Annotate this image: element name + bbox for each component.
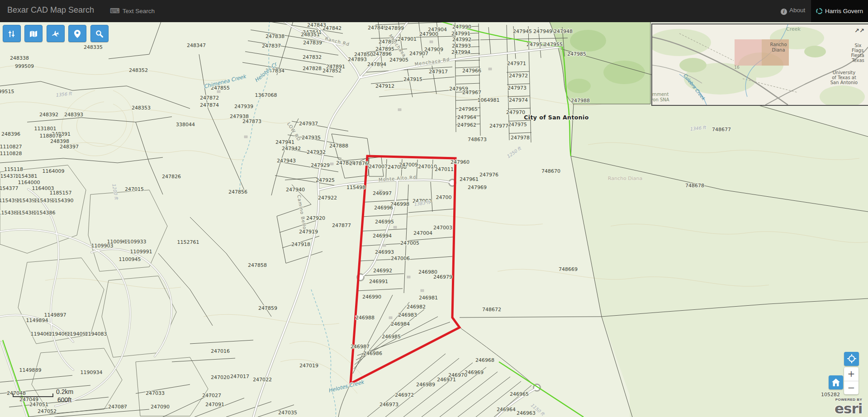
svg-text:247826: 247826 [162, 174, 181, 180]
svg-text:247016: 247016 [211, 348, 230, 354]
svg-text:247017: 247017 [230, 374, 249, 379]
svg-text:1064981: 1064981 [478, 97, 500, 103]
scale-metric-label: 0.2km [56, 388, 73, 395]
svg-text:247015: 247015 [125, 186, 144, 192]
about-menu-item[interactable]: iAbout [781, 7, 805, 15]
sliders-tool-button[interactable] [3, 25, 21, 42]
svg-text:247919: 247919 [299, 229, 318, 235]
svg-text:248392: 248392 [39, 112, 58, 118]
svg-text:247942: 247942 [282, 146, 301, 152]
svg-text:24700: 24700 [436, 194, 452, 200]
sliders-icon [8, 30, 16, 38]
svg-text:247945: 247945 [513, 28, 532, 34]
svg-text:247949: 247949 [533, 28, 552, 34]
svg-text:of Texas at: of Texas at [832, 75, 856, 80]
svg-text:247033: 247033 [146, 390, 165, 396]
locate-button[interactable] [844, 352, 859, 366]
svg-text:246995: 246995 [375, 219, 394, 225]
svg-text:247858: 247858 [248, 262, 267, 268]
svg-text:247939: 247939 [234, 104, 253, 109]
svg-text:247838: 247838 [266, 33, 285, 39]
svg-text:247941: 247941 [275, 139, 294, 145]
svg-text:247091: 247091 [205, 402, 224, 408]
zoom-out-button[interactable]: − [844, 381, 859, 394]
location-pin-button[interactable] [68, 25, 86, 42]
overview-map-canvas: CreekRanchoDianaSixFlagsFiestaTexasUnive… [652, 24, 868, 105]
svg-text:247985: 247985 [567, 51, 586, 57]
svg-text:248393: 248393 [64, 112, 83, 118]
svg-text:1154377: 1154377 [0, 185, 19, 191]
svg-text:247087: 247087 [108, 404, 127, 410]
svg-text:247877: 247877 [332, 223, 351, 228]
svg-text:247922: 247922 [318, 195, 337, 201]
svg-text:1154381: 1154381 [15, 173, 38, 179]
svg-text:248347: 248347 [187, 43, 206, 48]
svg-text:748673: 748673 [468, 137, 487, 142]
brand-label: Harris Govern [825, 8, 863, 14]
svg-text:99515: 99515 [0, 89, 14, 95]
svg-text:247977: 247977 [489, 123, 508, 129]
svg-text:246963: 246963 [517, 410, 536, 416]
svg-text:1149897: 1149897 [44, 312, 66, 318]
svg-text:247978: 247978 [511, 135, 530, 141]
svg-text:999509: 999509 [15, 63, 34, 69]
svg-text:247905: 247905 [389, 57, 408, 63]
svg-text:Fiesta: Fiesta [851, 53, 864, 58]
text-search-label: Text Search [123, 8, 155, 14]
svg-text:248338: 248338 [10, 55, 29, 61]
svg-text:246984: 246984 [391, 321, 410, 327]
svg-text:247035: 247035 [278, 410, 297, 416]
svg-text:248397: 248397 [60, 144, 79, 150]
svg-text:246992: 246992 [373, 268, 392, 274]
overview-inset-map[interactable]: CreekRanchoDianaSixFlagsFiestaTexasUnive… [651, 24, 868, 106]
text-search-menu-item[interactable]: ⌨Text Search [110, 7, 155, 15]
top-navbar: Bexar CAD Map Search ⌨Text Search iAbout… [0, 0, 868, 22]
svg-text:247872: 247872 [200, 95, 219, 101]
svg-text:Rancho: Rancho [770, 42, 787, 47]
svg-text:Six: Six [854, 43, 861, 48]
svg-text:247090: 247090 [151, 404, 170, 410]
esri-attribution: POWERED BY esri [835, 398, 862, 416]
app-title: Bexar CAD Map Search [7, 5, 94, 15]
svg-text:246998: 246998 [390, 201, 409, 207]
svg-text:247952: 247952 [526, 42, 545, 47]
svg-text:105282: 105282 [821, 392, 840, 398]
svg-text:247899: 247899 [385, 25, 404, 31]
svg-text:246968: 246968 [475, 357, 494, 363]
esri-logo: esri [835, 402, 862, 416]
svg-text:246985: 246985 [382, 334, 401, 340]
zoom-in-button[interactable]: + [844, 367, 859, 381]
svg-text:748672: 748672 [482, 307, 501, 313]
svg-text:247929: 247929 [311, 162, 330, 168]
svg-text:247900: 247900 [419, 31, 438, 37]
svg-text:248352: 248352 [129, 67, 148, 73]
svg-text:247907: 247907 [409, 51, 428, 57]
svg-text:1109991: 1109991 [130, 249, 152, 255]
home-button[interactable] [829, 375, 843, 389]
svg-text:247966: 247966 [462, 68, 481, 74]
svg-text:Rancho Diana: Rancho Diana [608, 175, 642, 181]
svg-text:247843: 247843 [307, 22, 326, 28]
search-button[interactable] [90, 25, 109, 42]
svg-text:247965: 247965 [459, 106, 478, 112]
svg-text:247917: 247917 [429, 69, 448, 75]
svg-text:247852: 247852 [323, 68, 342, 74]
svg-text:246983: 246983 [398, 312, 417, 318]
expand-arrows-icon[interactable]: ↗↗ [854, 27, 864, 34]
scale-imperial-label: 600ft [57, 396, 71, 403]
svg-text:1152761: 1152761 [177, 239, 199, 245]
scale-bar-line [13, 393, 53, 397]
pin-icon [74, 30, 81, 38]
layers-map-button[interactable] [24, 25, 43, 42]
svg-text:115498: 115498 [346, 185, 365, 190]
harris-govern-menu-item[interactable]: Harris Govern [811, 0, 868, 22]
svg-text:1164000: 1164000 [18, 180, 40, 185]
fly-to-button[interactable] [47, 25, 65, 42]
svg-text:247937: 247937 [299, 121, 318, 127]
svg-text:1194083: 1194083 [85, 331, 107, 337]
keyboard-icon: ⌨ [110, 7, 120, 14]
svg-text:246969: 246969 [465, 370, 484, 375]
svg-text:247992: 247992 [452, 37, 471, 43]
svg-text:1110827: 1110827 [0, 144, 22, 150]
svg-text:247964: 247964 [457, 114, 476, 120]
